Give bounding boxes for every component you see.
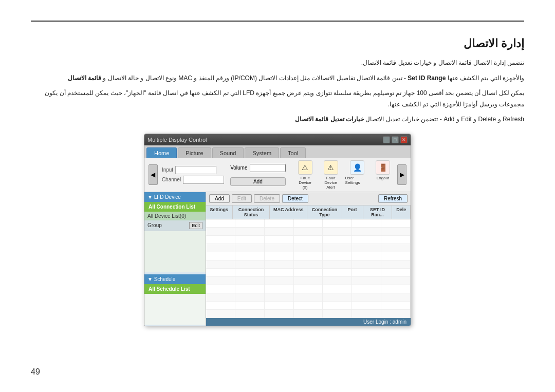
table-header: Settings Connection Status MAC Address C… xyxy=(206,206,411,219)
sidebar: ▼ LFD Device All Connection List All Dev… xyxy=(144,192,206,326)
table-row xyxy=(206,285,411,293)
th-settings: Settings xyxy=(206,206,233,219)
fault-device-alert-button[interactable]: ⚠ Fault DeviceAlert xyxy=(320,160,342,190)
fault-device-0-button[interactable]: ⚠ Fault Device(0) xyxy=(294,160,317,190)
table-row xyxy=(206,260,411,269)
all-connection-list-item[interactable]: All Connection List xyxy=(144,202,206,212)
th-connection-status: Connection Status xyxy=(233,206,270,219)
right-panel: Add Edit Delete Detect Refresh Settings … xyxy=(206,192,411,326)
tab-home[interactable]: Home xyxy=(146,147,177,158)
table-row xyxy=(206,302,411,310)
channel-label: Channel xyxy=(162,177,181,182)
title-bar: Multiple Display Control – □ ✕ xyxy=(144,134,411,145)
table-row xyxy=(206,277,411,285)
th-mac-address: MAC Address xyxy=(270,206,307,219)
edit-connection-button[interactable]: Edit xyxy=(232,194,252,203)
tab-system[interactable]: System xyxy=(245,147,279,158)
volume-label: Volume xyxy=(230,165,247,171)
table-row xyxy=(206,269,411,277)
schedule-header[interactable]: ▼ Schedule xyxy=(144,274,206,284)
detect-button[interactable]: Detect xyxy=(282,194,308,203)
top-divider xyxy=(31,21,524,22)
input-field[interactable] xyxy=(175,166,216,174)
app-window: Multiple Display Control – □ ✕ Home Pict… xyxy=(144,134,411,326)
input-group: Input Channel xyxy=(162,166,224,184)
page-title: إدارة الاتصال xyxy=(31,37,524,50)
table-body xyxy=(206,219,411,318)
input-label: Input xyxy=(162,167,173,173)
logout-button[interactable]: 🚪 Logout xyxy=(373,160,393,190)
all-schedule-list-item[interactable]: All Schedule List xyxy=(144,284,206,294)
schedule-section: ▼ Schedule All Schedule List xyxy=(144,274,206,294)
prev-button[interactable]: ◀ xyxy=(149,164,158,185)
next-button[interactable]: ▶ xyxy=(397,164,406,185)
user-settings-button[interactable]: 👤 User Settings xyxy=(345,160,370,190)
action-bar: Add Edit Delete Detect Refresh xyxy=(206,192,411,206)
add-button-toolbar[interactable]: Add xyxy=(230,177,285,186)
intro-line3: يمكن لكل اتصال أن يتضمن بحد أقصى 100 جها… xyxy=(31,88,524,110)
tab-sound[interactable]: Sound xyxy=(212,147,244,158)
page-number: 49 xyxy=(31,367,40,377)
close-button[interactable]: ✕ xyxy=(400,136,408,143)
window-title: Multiple Display Control xyxy=(147,137,207,143)
minimize-button[interactable]: – xyxy=(383,136,390,143)
th-delete: Dele xyxy=(392,206,411,219)
th-port: Port xyxy=(342,206,363,219)
group-label: Group xyxy=(147,222,162,228)
all-device-section: All Device List(0) Group Edit xyxy=(144,212,206,231)
table-row xyxy=(206,310,411,318)
th-connection-type: Connection Type xyxy=(307,206,342,219)
table-row xyxy=(206,236,411,244)
fault-alert-icon: ⚠ xyxy=(324,160,338,175)
channel-field[interactable] xyxy=(183,176,224,184)
maximize-button[interactable]: □ xyxy=(392,136,399,143)
screenshot-wrapper: Multiple Display Control – □ ✕ Home Pict… xyxy=(31,134,524,326)
page-container: إدارة الاتصال تتضمن إدارة الاتصال قائمة … xyxy=(0,0,555,392)
fault-icon: ⚠ xyxy=(298,160,312,175)
status-bar: User Login : admin xyxy=(206,318,411,326)
main-content: ▼ LFD Device All Connection List All Dev… xyxy=(144,192,411,326)
refresh-button[interactable]: Refresh xyxy=(378,194,408,203)
delete-connection-button[interactable]: Delete xyxy=(254,194,280,203)
device-list-empty xyxy=(144,231,206,272)
th-set-id-range: SET ID Ran... xyxy=(363,206,393,219)
volume-field[interactable] xyxy=(250,164,286,172)
intro-line2: والأجهزة التي يتم الكشف عنها Set ID Rang… xyxy=(31,73,524,84)
table-row xyxy=(206,228,411,236)
user-settings-icon: 👤 xyxy=(350,160,364,175)
all-device-list-item[interactable]: All Device List(0) xyxy=(144,212,206,220)
table-row xyxy=(206,293,411,302)
tab-picture[interactable]: Picture xyxy=(178,147,211,158)
table-row xyxy=(206,252,411,260)
add-connection-button[interactable]: Add xyxy=(209,194,230,203)
schedule-content xyxy=(144,294,206,325)
window-controls: – □ ✕ xyxy=(383,136,408,143)
tab-tool[interactable]: Tool xyxy=(280,147,306,158)
table-row xyxy=(206,219,411,228)
user-login-text: User Login : admin xyxy=(363,319,406,325)
intro-line1: تتضمن إدارة الاتصال قائمة الاتصال و خيار… xyxy=(31,58,524,69)
logout-icon: 🚪 xyxy=(376,160,390,175)
options-line: Refresh و Delete و Edit و Add - تتضمن خي… xyxy=(31,114,524,125)
nav-tabs: Home Picture Sound System Tool xyxy=(144,145,411,158)
group-header: Group Edit xyxy=(144,220,206,231)
table-row xyxy=(206,244,411,252)
edit-group-button[interactable]: Edit xyxy=(189,222,202,229)
toolbar: ◀ Input Channel Volume xyxy=(144,158,411,192)
lfd-device-header[interactable]: ▼ LFD Device xyxy=(144,192,206,202)
